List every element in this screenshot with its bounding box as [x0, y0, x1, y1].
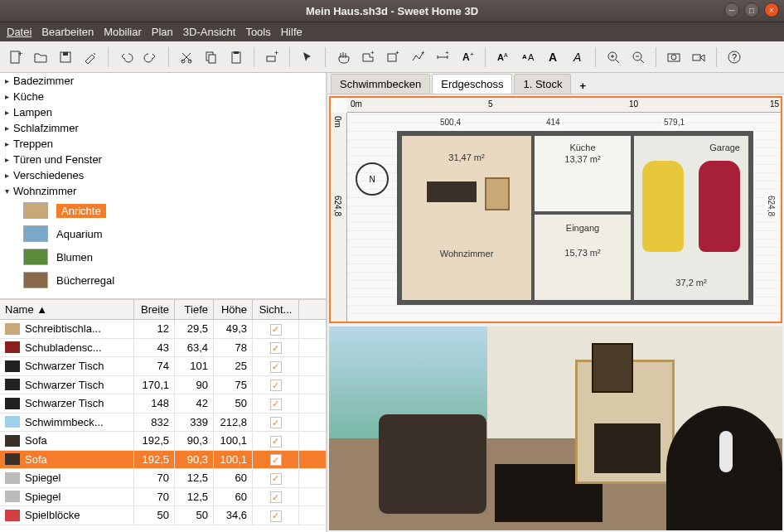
- table-row[interactable]: Sofa192,590,3100,1✓: [0, 432, 326, 451]
- visibility-checkbox[interactable]: ✓: [270, 342, 282, 354]
- col-name[interactable]: Name ▲: [0, 300, 134, 319]
- table-row[interactable]: Schwarzer Tisch1484250✓: [0, 394, 326, 414]
- catalog-item-anrichte[interactable]: Anrichte: [0, 199, 326, 222]
- menu-bearbeiten[interactable]: Bearbeiten: [41, 26, 94, 38]
- add-level-button[interactable]: +: [573, 78, 593, 94]
- new-button[interactable]: +: [5, 46, 27, 68]
- col-breite[interactable]: Breite: [134, 300, 175, 319]
- 3d-view[interactable]: [329, 326, 782, 530]
- table-row[interactable]: Spielblöcke505034,6✓: [0, 506, 326, 525]
- table-row[interactable]: Schubladensc...4363,478✓: [0, 339, 326, 358]
- menu-3d-ansicht[interactable]: 3D-Ansicht: [183, 26, 236, 38]
- rug-icon[interactable]: [485, 177, 510, 210]
- painting-3d: [592, 343, 633, 393]
- furniture-catalog[interactable]: ▸Badezimmer ▸Küche ▸Lampen ▸Schlafzimmer…: [0, 73, 326, 300]
- menu-tools[interactable]: Tools: [245, 26, 270, 38]
- category-kueche[interactable]: ▸Küche: [0, 89, 326, 104]
- sofa-icon[interactable]: [427, 181, 477, 202]
- catalog-item-blumen[interactable]: Blumen: [0, 245, 326, 268]
- col-hoehe[interactable]: Höhe: [214, 300, 253, 319]
- floor-plan[interactable]: 31,47 m² Wohnzimmer Küche 13,37 m² Einga…: [397, 131, 753, 305]
- row-hoehe: 60: [214, 469, 253, 487]
- tab-erdgeschoss[interactable]: Erdgeschoss: [432, 74, 512, 94]
- category-treppen[interactable]: ▸Treppen: [0, 136, 326, 152]
- zoom-in-button[interactable]: [603, 46, 624, 68]
- visibility-checkbox[interactable]: ✓: [270, 380, 282, 391]
- svg-text:A: A: [497, 52, 504, 62]
- pan-tool[interactable]: [332, 46, 354, 68]
- tab-schwimmbecken[interactable]: Schwimmbecken: [331, 74, 430, 94]
- tab-1-stock[interactable]: 1. Stock: [514, 74, 571, 94]
- visibility-checkbox[interactable]: ✓: [270, 361, 282, 373]
- cut-button[interactable]: [176, 46, 197, 68]
- preferences-button[interactable]: [80, 46, 101, 68]
- create-rooms-tool[interactable]: +: [382, 46, 404, 68]
- menu-hilfe[interactable]: Hilfe: [281, 26, 302, 38]
- plan-view[interactable]: 0m 5 10 15 0m 624,8 N 500,4 414 579,1 62…: [329, 96, 782, 323]
- create-walls-tool[interactable]: +: [357, 46, 379, 68]
- bold-button[interactable]: A: [542, 46, 564, 68]
- maximize-button[interactable]: □: [744, 2, 759, 17]
- row-hoehe: 100,1: [214, 451, 253, 469]
- row-hoehe: 34,6: [214, 506, 253, 525]
- category-verschiedenes[interactable]: ▸Verschiedenes: [0, 167, 326, 183]
- plan-canvas[interactable]: N 500,4 414 579,1 624,8 31,47 m² Wohnzim…: [347, 113, 781, 322]
- menu-plan[interactable]: Plan: [152, 26, 173, 38]
- col-sicht[interactable]: Sicht...: [253, 300, 299, 319]
- close-button[interactable]: ×: [764, 2, 779, 17]
- room-area: 15,73 m²: [564, 248, 600, 258]
- car-yellow-icon[interactable]: [642, 161, 684, 252]
- furniture-table[interactable]: Name ▲ Breite Tiefe Höhe Sicht... Schrei…: [0, 300, 326, 532]
- table-row[interactable]: Spiegel7012,560✓: [0, 469, 326, 488]
- table-row[interactable]: Spiegel7012,560✓: [0, 488, 326, 507]
- table-row[interactable]: Schwarzer Tisch170,19075✓: [0, 376, 326, 395]
- redo-button[interactable]: [140, 46, 162, 68]
- visibility-checkbox[interactable]: ✓: [270, 436, 282, 447]
- italic-button[interactable]: A: [567, 46, 588, 68]
- create-dimensions-tool[interactable]: +: [432, 46, 453, 68]
- copy-button[interactable]: [201, 46, 222, 68]
- category-badezimmer[interactable]: ▸Badezimmer: [0, 73, 326, 89]
- decrease-text-button[interactable]: AA: [517, 46, 539, 68]
- create-text-tool[interactable]: A+: [457, 46, 478, 68]
- table-row[interactable]: Schwimmbeck...832339212,8✓: [0, 414, 326, 433]
- catalog-item-aquarium[interactable]: Aquarium: [0, 222, 326, 245]
- save-button[interactable]: [55, 46, 76, 68]
- visibility-checkbox[interactable]: ✓: [270, 491, 282, 503]
- category-wohnzimmer[interactable]: ▾Wohnzimmer: [0, 183, 326, 199]
- menu-datei[interactable]: Datei: [7, 26, 31, 38]
- car-red-icon[interactable]: [699, 161, 740, 252]
- open-button[interactable]: [30, 46, 51, 68]
- svg-text:?: ?: [732, 52, 737, 62]
- visibility-checkbox[interactable]: ✓: [270, 473, 282, 485]
- paste-button[interactable]: [225, 46, 247, 68]
- minimize-button[interactable]: ─: [724, 2, 739, 17]
- row-name: Schubladensc...: [25, 341, 102, 354]
- visibility-checkbox[interactable]: ✓: [270, 324, 282, 336]
- video-button[interactable]: [688, 46, 709, 68]
- svg-rect-3: [63, 52, 68, 56]
- undo-button[interactable]: [115, 46, 137, 68]
- visibility-checkbox[interactable]: ✓: [270, 399, 282, 410]
- catalog-item-buecherregal[interactable]: Bücherregal: [0, 268, 326, 292]
- zoom-out-button[interactable]: [627, 46, 649, 68]
- photo-button[interactable]: [663, 46, 685, 68]
- add-furniture-button[interactable]: +: [261, 46, 283, 68]
- room-name: Eingang: [566, 223, 599, 233]
- select-tool[interactable]: [297, 46, 318, 68]
- category-schlafzimmer[interactable]: ▸Schlafzimmer: [0, 120, 326, 136]
- menu-mobiliar[interactable]: Mobiliar: [104, 26, 142, 38]
- category-tueren[interactable]: ▸Türen und Fenster: [0, 152, 326, 167]
- table-row[interactable]: Sofa192,590,3100,1✓: [0, 451, 326, 470]
- category-lampen[interactable]: ▸Lampen: [0, 104, 326, 120]
- visibility-checkbox[interactable]: ✓: [270, 454, 282, 466]
- create-polylines-tool[interactable]: +: [407, 46, 428, 68]
- col-tiefe[interactable]: Tiefe: [175, 300, 214, 319]
- visibility-checkbox[interactable]: ✓: [270, 510, 282, 522]
- svg-text:+: +: [395, 50, 399, 56]
- help-button[interactable]: ?: [724, 46, 745, 68]
- visibility-checkbox[interactable]: ✓: [270, 417, 282, 428]
- table-row[interactable]: Schwarzer Tisch7410125✓: [0, 357, 326, 376]
- table-row[interactable]: Schreibtischla...1229,549,3✓: [0, 320, 326, 339]
- increase-text-button[interactable]: AA: [492, 46, 514, 68]
